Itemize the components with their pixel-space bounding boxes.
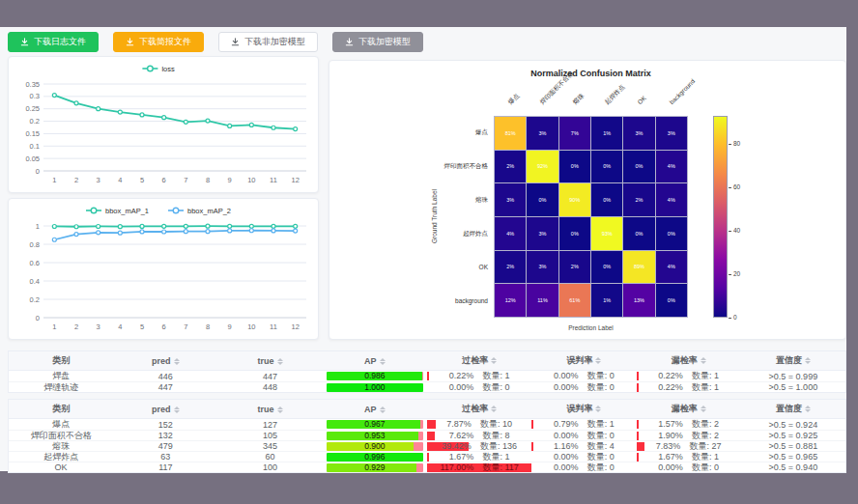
rate-quantity: 数量: 0: [587, 371, 615, 381]
data-point: [294, 229, 298, 233]
cell-true: 105: [218, 431, 323, 440]
download-log-button[interactable]: 下载日志文件: [8, 32, 99, 52]
cell-overkill-rate: 117.00%数量: 117: [427, 462, 531, 473]
matrix-row-label: 熔珠: [329, 196, 488, 205]
column-header-过检率[interactable]: 过检率: [427, 403, 531, 415]
colorbar-tick-label: 40: [733, 227, 740, 234]
column-header-label: 类别: [52, 355, 70, 365]
rate-text: 0.00%数量: 0: [531, 431, 636, 441]
data-point: [228, 124, 232, 127]
rate-text: 117.00%数量: 117: [427, 462, 531, 473]
sort-caret-icon[interactable]: [380, 358, 386, 365]
column-header-置信度[interactable]: 置信度: [741, 403, 845, 415]
matrix-cell: 89%: [623, 251, 654, 284]
rate-text: 0.00%数量: 0: [427, 382, 531, 393]
rate-text: 1.67%数量: 1: [637, 452, 741, 462]
column-header-ap[interactable]: AP: [323, 356, 427, 366]
cell-confidence: >0.5 = 0.940: [741, 462, 845, 472]
matrix-colorbar: [713, 116, 728, 318]
svg-text:5: 5: [140, 322, 144, 331]
matrix-row-label: 起焊炸点: [329, 230, 488, 238]
rate-quantity: 数量: 1: [482, 452, 509, 462]
sort-caret-icon[interactable]: [491, 406, 497, 412]
sort-asc-icon: [491, 357, 497, 360]
svg-text:0.2: 0.2: [30, 117, 40, 126]
sort-caret-icon[interactable]: [701, 406, 706, 412]
sort-caret-icon[interactable]: [805, 406, 811, 412]
rate-text: 0.00%数量: 0: [531, 452, 636, 462]
rate-quantity: 数量: 136: [480, 441, 517, 452]
matrix-cell: 4%: [656, 251, 687, 284]
column-header-置信度[interactable]: 置信度: [741, 354, 845, 367]
download-plain-model-button[interactable]: 下载非加密模型: [218, 32, 318, 52]
column-header-true[interactable]: true: [218, 356, 323, 366]
sort-caret-icon[interactable]: [174, 406, 180, 413]
svg-text:4: 4: [118, 322, 122, 331]
rate-quantity: 数量: 4: [587, 441, 615, 452]
sort-caret-icon[interactable]: [701, 357, 706, 364]
legend-item-bbox_mAP_2[interactable]: bbox_mAP_2: [168, 207, 231, 215]
svg-text:0.1: 0.1: [30, 142, 40, 151]
rate-quantity: 数量: 8: [482, 431, 509, 441]
column-header-漏检率[interactable]: 漏检率: [637, 354, 741, 367]
column-header-pred[interactable]: pred: [113, 356, 217, 366]
sort-caret-icon[interactable]: [277, 406, 283, 413]
sort-desc-icon: [277, 362, 283, 365]
sort-caret-icon[interactable]: [380, 406, 386, 413]
sort-desc-icon: [491, 361, 497, 364]
data-point: [162, 224, 166, 228]
matrix-cell: 0%: [559, 151, 590, 183]
matrix-cell: 0%: [527, 183, 558, 216]
rate-text: 0.00%数量: 0: [531, 382, 636, 393]
matrix-row-label: 爆点: [329, 128, 488, 137]
download-report-button[interactable]: 下载简报文件: [113, 32, 204, 52]
column-header-label: pred: [152, 356, 171, 366]
data-point: [228, 229, 232, 233]
svg-text:8: 8: [206, 322, 210, 331]
column-header-true[interactable]: true: [218, 405, 323, 414]
sort-caret-icon[interactable]: [174, 358, 180, 365]
rate-text: 0.22%数量: 1: [637, 371, 741, 381]
table-header: 类别predtrueAP过检率误判率漏检率置信度: [9, 400, 845, 419]
legend-item-loss[interactable]: loss: [142, 65, 175, 73]
rate-percent: 1.67%: [449, 452, 474, 462]
sort-asc-icon: [805, 357, 811, 360]
matrix-cell: 0%: [591, 251, 622, 284]
map-chart-card: 00.20.40.60.81123456789101112bbox_mAP_1b…: [8, 198, 319, 340]
sort-caret-icon[interactable]: [805, 357, 811, 364]
column-header-ap[interactable]: AP: [323, 405, 427, 414]
column-header-过检率[interactable]: 过检率: [427, 354, 531, 367]
data-point: [294, 224, 298, 228]
colorbar-tick: [729, 187, 731, 188]
cell-misjudge-rate: 0.00%数量: 0: [531, 371, 636, 381]
legend-item-bbox_mAP_1[interactable]: bbox_mAP_1: [86, 207, 149, 215]
matrix-cell: 13%: [623, 284, 654, 317]
sort-caret-icon[interactable]: [595, 406, 601, 412]
sort-desc-icon: [174, 410, 180, 413]
matrix-cell: 90%: [559, 183, 590, 216]
column-header-漏检率[interactable]: 漏检率: [637, 403, 741, 415]
cell-ap: 1.000: [323, 383, 427, 392]
matrix-cell: 12%: [495, 284, 526, 317]
sort-asc-icon: [701, 406, 706, 408]
sort-desc-icon: [701, 361, 706, 364]
rate-percent: 0.00%: [554, 462, 579, 473]
data-point: [74, 233, 78, 237]
sort-caret-icon[interactable]: [491, 357, 497, 364]
confusion-matrix-card: Normalized Confusion Matrix Ground Truth…: [329, 60, 846, 340]
cell-overkill-rate: 39.42%数量: 136: [427, 441, 531, 452]
svg-text:3: 3: [97, 322, 100, 331]
matrix-cell: 3%: [527, 217, 558, 250]
rate-percent: 0.00%: [554, 452, 579, 462]
ap-value: 0.986: [327, 372, 423, 380]
column-header-误判率[interactable]: 误判率: [531, 403, 636, 415]
sort-caret-icon[interactable]: [595, 357, 601, 364]
table-row: 熔珠4793450.90039.42%数量: 1361.16%数量: 47.83…: [9, 440, 845, 451]
download-encrypted-model-button[interactable]: 下载加密模型: [332, 32, 423, 52]
ap-bar: 1.000: [327, 383, 423, 392]
column-header-误判率[interactable]: 误判率: [531, 354, 636, 367]
sort-caret-icon[interactable]: [277, 358, 283, 365]
column-header-label: 误判率: [566, 355, 592, 365]
row-class-label: 焊缝轨迹: [9, 381, 113, 394]
column-header-pred[interactable]: pred: [113, 405, 217, 414]
